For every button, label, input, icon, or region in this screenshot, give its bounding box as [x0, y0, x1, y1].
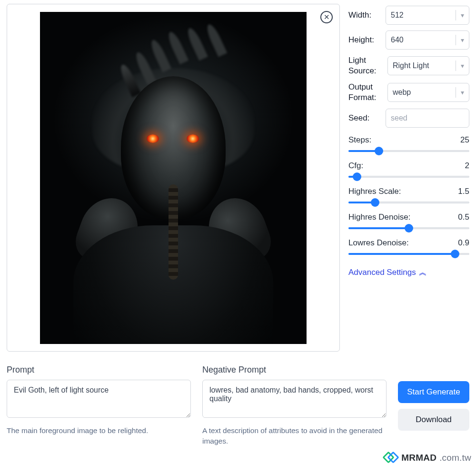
light-source-label: Light Source: [348, 55, 382, 76]
negative-prompt-label: Negative Prompt [202, 365, 387, 375]
chevron-down-icon: ▾ [457, 36, 464, 44]
download-button[interactable]: Download [398, 409, 469, 431]
chevron-down-icon: ▾ [457, 62, 464, 70]
height-label: Height: [348, 35, 380, 45]
prompt-label: Prompt [7, 365, 191, 375]
lowres-denoise-label: Lowres Denoise: [348, 238, 409, 248]
negative-prompt-textarea[interactable] [202, 380, 387, 418]
highres-scale-label: Highres Scale: [348, 187, 401, 196]
output-format-select[interactable]: webp ▾ [387, 83, 469, 102]
light-source-select[interactable]: Right Light ▾ [387, 56, 469, 75]
chevron-down-icon: ▾ [457, 89, 464, 96]
output-format-label: Output Format: [348, 82, 382, 103]
watermark-brand: MRMAD [401, 453, 436, 463]
highres-denoise-label: Highres Denoise: [348, 212, 410, 222]
height-select[interactable]: 640 ▾ [386, 30, 469, 50]
highres-scale-value: 1.5 [458, 187, 469, 196]
prompt-textarea[interactable] [7, 380, 191, 418]
width-label: Width: [348, 10, 380, 20]
start-generate-button[interactable]: Start Generate [398, 381, 469, 403]
cfg-value: 2 [465, 161, 469, 171]
prompt-help: The main foreground image to be relighte… [7, 425, 191, 436]
watermark: MRMAD.com.tw [384, 453, 471, 463]
mrmad-logo-icon [384, 453, 398, 463]
close-icon[interactable]: ✕ [320, 11, 333, 23]
steps-label: Steps: [348, 135, 371, 145]
lowres-denoise-value: 0.9 [458, 238, 469, 248]
width-value: 512 [391, 11, 404, 20]
cfg-slider[interactable] [348, 174, 469, 179]
steps-slider[interactable] [348, 149, 469, 153]
image-preview-panel: ✕ [7, 4, 340, 352]
chevron-double-up-icon: ︽ [419, 267, 427, 278]
width-select[interactable]: 512 ▾ [386, 6, 469, 25]
watermark-suffix: .com.tw [439, 453, 471, 463]
highres-denoise-value: 0.5 [458, 212, 469, 222]
negative-prompt-help: A text description of attributes to avoi… [202, 425, 387, 446]
light-source-value: Right Light [393, 61, 429, 70]
seed-label: Seed: [348, 113, 380, 123]
cfg-label: Cfg: [348, 161, 363, 171]
highres-denoise-slider[interactable] [348, 226, 469, 231]
height-value: 640 [391, 36, 404, 44]
output-format-value: webp [393, 88, 411, 97]
advanced-settings-toggle[interactable]: Advanced Settings ︽ [348, 267, 469, 278]
seed-input-wrap[interactable] [386, 109, 469, 128]
advanced-settings-label: Advanced Settings [348, 268, 416, 277]
lowres-denoise-slider[interactable] [348, 252, 469, 256]
generated-image [40, 12, 307, 344]
settings-panel: Width: 512 ▾ Height: 640 ▾ Light Source:… [348, 4, 469, 352]
seed-input[interactable] [391, 114, 464, 122]
chevron-down-icon: ▾ [457, 11, 464, 19]
highres-scale-slider[interactable] [348, 200, 469, 205]
steps-value: 25 [460, 135, 469, 145]
